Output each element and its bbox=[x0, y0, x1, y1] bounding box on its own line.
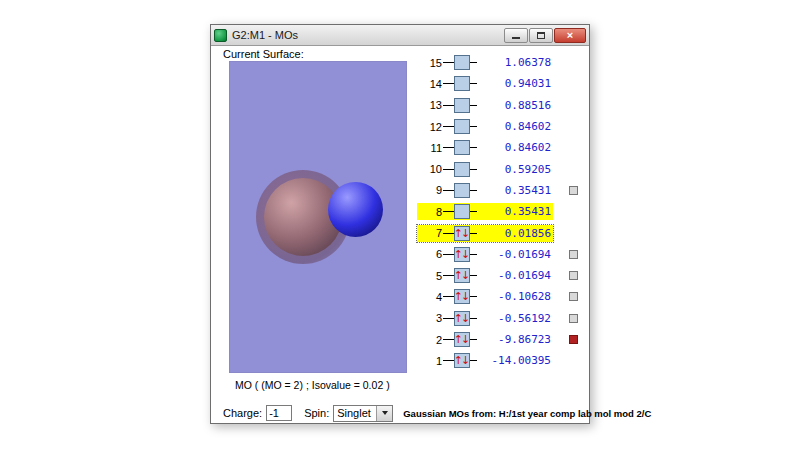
mo-index: 5 bbox=[419, 270, 443, 282]
mo-level-line-left bbox=[443, 254, 454, 255]
electron-pair-arrows-icon: ↑↓ bbox=[454, 334, 468, 345]
mo-orbital-box[interactable]: ↑↓ bbox=[454, 226, 470, 241]
mo-index: 4 bbox=[419, 291, 443, 303]
electron-pair-arrows-icon: ↑↓ bbox=[454, 228, 468, 239]
mo-row-main[interactable]: 8 0.35431 bbox=[417, 203, 553, 220]
mo-index: 13 bbox=[419, 99, 443, 111]
mo-level-line-left bbox=[443, 169, 454, 170]
mo-index: 6 bbox=[419, 248, 443, 260]
mo-orbital-box[interactable]: ↑↓ bbox=[454, 353, 470, 368]
charge-input[interactable] bbox=[266, 405, 292, 421]
mo-level-line-left bbox=[443, 62, 454, 63]
mo-row: 14 0.94031 bbox=[417, 73, 585, 94]
mo-level-line-left bbox=[443, 190, 454, 191]
mo-energy-value: 0.88516 bbox=[477, 99, 551, 112]
mo-level-line-left bbox=[443, 360, 454, 361]
mo-row-main[interactable]: 2 ↑↓ -9.86723 bbox=[417, 331, 553, 348]
mo-row-main[interactable]: 1 ↑↓ -14.00395 bbox=[417, 352, 553, 369]
mo-orbital-box[interactable] bbox=[454, 140, 470, 155]
mo-row: 6 ↑↓ -0.01694 bbox=[417, 244, 585, 265]
mo-checkbox[interactable] bbox=[569, 186, 578, 195]
mo-orbital-box[interactable]: ↑↓ bbox=[454, 311, 470, 326]
mo-row-main[interactable]: 14 0.94031 bbox=[417, 75, 553, 92]
spin-dropdown-button[interactable] bbox=[376, 406, 392, 421]
mo-index: 15 bbox=[419, 57, 443, 69]
mo-level-line-left bbox=[443, 83, 454, 84]
maximize-button[interactable] bbox=[529, 28, 553, 43]
close-button[interactable]: × bbox=[554, 28, 586, 43]
mo-row-main[interactable]: 12 0.84602 bbox=[417, 118, 553, 135]
mo-index: 10 bbox=[419, 163, 443, 175]
footer-bar: Charge: Spin: Singlet Gaussian MOs from:… bbox=[211, 403, 589, 423]
mo-row: 13 0.88516 bbox=[417, 95, 585, 116]
mo-level-line-right bbox=[470, 147, 477, 148]
mo-level-line-right bbox=[470, 339, 477, 340]
mo-index: 3 bbox=[419, 312, 443, 324]
mo-energy-value: -0.10628 bbox=[477, 290, 551, 303]
mo-orbital-box[interactable] bbox=[454, 204, 470, 219]
mo-level-line-right bbox=[470, 360, 477, 361]
minimize-button[interactable] bbox=[504, 28, 528, 43]
mo-orbital-box[interactable] bbox=[454, 162, 470, 177]
mo-index: 7 bbox=[419, 227, 443, 239]
mo-orbital-box[interactable] bbox=[454, 76, 470, 91]
mo-row: 12 0.84602 bbox=[417, 116, 585, 137]
mo-energy-value: 0.35431 bbox=[477, 205, 551, 218]
spin-dropdown[interactable]: Singlet bbox=[333, 405, 393, 422]
viewport-caption: MO ( (MO = 2) ; Isovalue = 0.02 ) bbox=[235, 379, 390, 391]
mo-level-line-left bbox=[443, 318, 454, 319]
mo-row: 1 ↑↓ -14.00395 bbox=[417, 350, 585, 371]
window-title: G2:M1 - MOs bbox=[231, 29, 298, 41]
mos-window: G2:M1 - MOs × Current Surface: MO ( (MO … bbox=[210, 24, 590, 424]
mo-checkbox[interactable] bbox=[569, 250, 578, 259]
mo-row-main[interactable]: 13 0.88516 bbox=[417, 97, 553, 114]
mo-row: 10 0.59205 bbox=[417, 158, 585, 179]
mo-level-line-left bbox=[443, 339, 454, 340]
mo-row: 4 ↑↓ -0.10628 bbox=[417, 286, 585, 307]
mo-row-main[interactable]: 3 ↑↓ -0.56192 bbox=[417, 310, 553, 327]
mo-index: 11 bbox=[419, 142, 443, 154]
mo-energy-value: -14.00395 bbox=[477, 354, 551, 367]
electron-pair-arrows-icon: ↑↓ bbox=[454, 355, 468, 366]
mo-checkbox[interactable] bbox=[569, 292, 578, 301]
mo-checkbox[interactable] bbox=[569, 271, 578, 280]
mo-row: 8 0.35431 bbox=[417, 201, 585, 222]
mo-index: 14 bbox=[419, 78, 443, 90]
mo-row-main[interactable]: 6 ↑↓ -0.01694 bbox=[417, 246, 553, 263]
mo-orbital-box[interactable] bbox=[454, 55, 470, 70]
mo-orbital-box[interactable]: ↑↓ bbox=[454, 247, 470, 262]
mo-row-main[interactable]: 15 1.06378 bbox=[417, 54, 553, 71]
mo-level-line-left bbox=[443, 296, 454, 297]
spin-selected-value: Singlet bbox=[334, 407, 376, 419]
mo-level-line-right bbox=[470, 211, 477, 212]
mo-orbital-box[interactable]: ↑↓ bbox=[454, 332, 470, 347]
mo-row-main[interactable]: 5 ↑↓ -0.01694 bbox=[417, 267, 553, 284]
mo-level-line-left bbox=[443, 233, 454, 234]
charge-label: Charge: bbox=[223, 407, 262, 419]
mo-row-main[interactable]: 4 ↑↓ -0.10628 bbox=[417, 288, 553, 305]
titlebar[interactable]: G2:M1 - MOs × bbox=[211, 25, 589, 46]
mo-orbital-box[interactable] bbox=[454, 183, 470, 198]
mo-checkbox[interactable] bbox=[569, 314, 578, 323]
mo-level-line-right bbox=[470, 318, 477, 319]
mo-row-main[interactable]: 11 0.84602 bbox=[417, 139, 553, 156]
mo-row-main[interactable]: 7 ↑↓ 0.01856 bbox=[417, 225, 553, 242]
electron-pair-arrows-icon: ↑↓ bbox=[454, 291, 468, 302]
mo-index: 9 bbox=[419, 184, 443, 196]
mo-energy-value: -0.01694 bbox=[477, 248, 551, 261]
mo-level-line-right bbox=[470, 296, 477, 297]
current-surface-label: Current Surface: bbox=[223, 48, 304, 60]
mo-row: 9 0.35431 bbox=[417, 180, 585, 201]
mo-orbital-box[interactable] bbox=[454, 98, 470, 113]
mo-level-line-left bbox=[443, 147, 454, 148]
mo-orbital-box[interactable]: ↑↓ bbox=[454, 289, 470, 304]
mo-orbital-box[interactable]: ↑↓ bbox=[454, 268, 470, 283]
mo-checkbox[interactable] bbox=[569, 335, 578, 344]
mo-energy-value: 1.06378 bbox=[477, 56, 551, 69]
mo-index: 2 bbox=[419, 334, 443, 346]
mo-row-main[interactable]: 10 0.59205 bbox=[417, 161, 553, 178]
molecule-viewport[interactable] bbox=[229, 61, 407, 373]
mo-index: 8 bbox=[419, 206, 443, 218]
mo-orbital-box[interactable] bbox=[454, 119, 470, 134]
mo-row-main[interactable]: 9 0.35431 bbox=[417, 182, 553, 199]
